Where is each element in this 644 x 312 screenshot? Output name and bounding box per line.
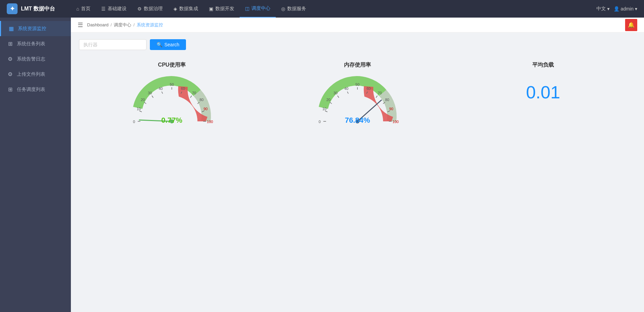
svg-text:10: 10 [137, 107, 141, 111]
sidebar-label-alert-log: 系统告警日志 [17, 56, 45, 62]
svg-line-3 [139, 111, 142, 112]
logo-area: ✦ LMT 数据中台 [0, 3, 71, 14]
nav-label-home: 首页 [81, 6, 90, 12]
user-chevron-icon: ▾ [635, 6, 637, 11]
breadcrumb: Dashboard / 调度中心 / 系统资源监控 [87, 22, 163, 28]
integration-icon: ◈ [173, 6, 177, 11]
cpu-gauge-card: CPU使用率 [79, 58, 265, 135]
svg-text:30: 30 [333, 91, 338, 95]
sidebar-label-upload-list: 上传文件列表 [17, 71, 45, 77]
memory-gauge-value: 76.84% [345, 116, 370, 125]
sidebar-item-upload-list[interactable]: ⚙ 上传文件列表 [0, 67, 71, 82]
logo-icon: ✦ [7, 3, 18, 14]
nav-item-home[interactable]: ⌂ 首页 [71, 0, 96, 18]
sidebar-item-schedule-list[interactable]: ⊞ 任务调度列表 [0, 82, 71, 97]
breadcrumb-current: 系统资源监控 [137, 22, 163, 28]
svg-text:100: 100 [207, 120, 213, 124]
nav-item-integration[interactable]: ◈ 数据集成 [168, 0, 204, 18]
svg-text:70: 70 [192, 91, 196, 95]
breadcrumb-sep2: / [133, 22, 135, 27]
memory-gauge-container: 0 10 20 30 40 50 60 70 80 90 100 [314, 74, 401, 128]
nav-item-service[interactable]: ◎ 数据服务 [276, 0, 312, 18]
upload-list-icon: ⚙ [7, 71, 14, 77]
svg-text:80: 80 [385, 98, 389, 102]
cpu-gauge-container: 0 10 20 30 40 50 60 70 80 90 100 [128, 74, 216, 128]
logo-text: LMT 数据中台 [21, 5, 55, 13]
user-button[interactable]: 👤 admin ▾ [614, 6, 637, 11]
svg-text:40: 40 [344, 87, 348, 91]
sidebar-item-resource-monitor[interactable]: ▦ 系统资源监控 [0, 21, 71, 36]
page-content: 🔍 Search CPU使用率 [71, 32, 644, 142]
gauges-row: CPU使用率 [79, 58, 636, 135]
cpu-gauge-title: CPU使用率 [158, 62, 186, 69]
memory-gauge-title: 内存使用率 [344, 62, 371, 69]
home-icon: ⌂ [76, 6, 79, 11]
search-button[interactable]: 🔍 Search [150, 39, 186, 50]
language-button[interactable]: 中文 ▾ [596, 6, 610, 12]
sidebar: ▦ 系统资源监控 ⊞ 系统任务列表 ⚙ 系统告警日志 ⚙ 上传文件列表 ⊞ 任务… [0, 18, 71, 312]
user-icon: 👤 [614, 6, 619, 11]
nav-item-scheduler[interactable]: ◫ 调度中心 [240, 0, 276, 18]
svg-text:100: 100 [393, 120, 399, 124]
top-nav: ✦ LMT 数据中台 ⌂ 首页 ☰ 基础建设 ⚙ 数据治理 ◈ 数据集成 ▣ 数… [0, 0, 644, 18]
svg-line-35 [376, 96, 377, 98]
nav-label-infra: 基础建设 [108, 6, 127, 12]
search-icon: 🔍 [157, 42, 162, 47]
svg-line-31 [338, 96, 339, 98]
svg-text:60: 60 [181, 87, 185, 91]
svg-text:0: 0 [319, 120, 321, 124]
menu-toggle-icon[interactable]: ☰ [78, 21, 83, 29]
svg-text:70: 70 [378, 91, 382, 95]
schedule-list-icon: ⊞ [7, 86, 14, 93]
notification-button[interactable]: 🔔 [625, 19, 637, 31]
svg-text:10: 10 [322, 107, 326, 111]
svg-text:30: 30 [148, 91, 152, 95]
sidebar-item-alert-log[interactable]: ⚙ 系统告警日志 [0, 51, 71, 67]
nav-label-service: 数据服务 [287, 6, 306, 12]
search-row: 🔍 Search [79, 39, 636, 50]
sidebar-item-task-list[interactable]: ⊞ 系统任务列表 [0, 36, 71, 51]
sidebar-label-schedule-list: 任务调度列表 [17, 87, 45, 93]
nav-item-dev[interactable]: ▣ 数据开发 [204, 0, 240, 18]
nav-label-governance: 数据治理 [144, 6, 163, 12]
svg-text:90: 90 [389, 107, 393, 111]
svg-text:50: 50 [355, 82, 359, 87]
svg-line-29 [325, 111, 327, 112]
service-icon: ◎ [281, 6, 285, 11]
svg-line-9 [190, 96, 192, 98]
memory-gauge-card: 内存使用率 [265, 58, 450, 135]
svg-text:20: 20 [326, 98, 330, 102]
svg-text:60: 60 [367, 87, 371, 91]
breadcrumb-dashboard: Dashboard [87, 22, 109, 27]
nav-label-dev: 数据开发 [215, 6, 234, 12]
resource-monitor-icon: ▦ [8, 25, 15, 32]
search-button-label: Search [164, 42, 179, 47]
scheduler-icon: ◫ [245, 6, 249, 11]
nav-item-infra[interactable]: ☰ 基础建设 [96, 0, 132, 18]
avg-load-card: 平均负载 0.01 [450, 58, 636, 109]
svg-line-6 [162, 92, 163, 94]
search-input[interactable] [79, 39, 146, 50]
breadcrumb-center: 调度中心 [114, 22, 131, 28]
user-label: admin [621, 6, 634, 11]
breadcrumb-sep1: / [111, 22, 112, 27]
svg-text:40: 40 [159, 87, 163, 91]
cpu-gauge-value: 0.77% [161, 116, 182, 125]
dev-icon: ▣ [209, 6, 213, 11]
nav-item-governance[interactable]: ⚙ 数据治理 [132, 0, 168, 18]
avg-load-value: 0.01 [526, 82, 560, 102]
nav-right: 中文 ▾ 👤 admin ▾ [596, 6, 644, 12]
alert-log-icon: ⚙ [7, 56, 14, 62]
nav-label-scheduler: 调度中心 [251, 5, 270, 11]
svg-text:50: 50 [170, 82, 174, 87]
svg-text:20: 20 [141, 98, 145, 102]
svg-line-32 [347, 92, 348, 94]
lang-label: 中文 [596, 6, 606, 12]
svg-text:90: 90 [204, 107, 208, 111]
sidebar-label-task-list: 系统任务列表 [17, 41, 45, 47]
breadcrumb-bar: ☰ Dashboard / 调度中心 / 系统资源监控 🔔 [71, 18, 644, 32]
nav-label-integration: 数据集成 [179, 6, 198, 12]
task-list-icon: ⊞ [7, 41, 14, 47]
nav-items: ⌂ 首页 ☰ 基础建设 ⚙ 数据治理 ◈ 数据集成 ▣ 数据开发 ◫ 调度中心 … [71, 0, 596, 18]
svg-line-4 [144, 102, 146, 104]
